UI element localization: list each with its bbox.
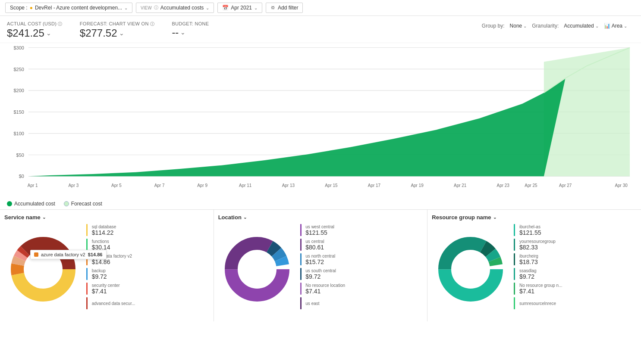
chevron-down-icon: ⌄ [493,215,496,220]
list-item: No resource group n... $7.41 [514,283,637,295]
chevron-down-icon: ⌄ [180,29,185,36]
svg-text:Apr 3: Apr 3 [68,183,79,187]
service-donut-svg [9,235,78,304]
date-value: Apr 2021 [231,5,252,11]
budget-value: -- ⌄ [172,26,209,38]
svg-text:Apr 15: Apr 15 [325,183,338,187]
svg-text:Apr 7: Apr 7 [154,183,165,187]
svg-text:Apr 19: Apr 19 [411,183,424,187]
svg-point-49 [452,250,490,288]
list-item: us west central $121.55 [300,224,423,236]
group-by-select[interactable]: None ⌄ [510,23,527,29]
actual-cost-value: $241.25 ⌄ [7,27,63,39]
chevron-down-icon: ⌄ [206,6,209,10]
info-icon: ⓘ [58,22,62,26]
view-button[interactable]: VIEW ⓘ Accumulated costs ⌄ [136,3,214,13]
legend-forecast: Forecast cost [64,201,102,207]
chevron-down-icon: ⌄ [46,30,51,37]
service-tooltip: azure data factory v2 $14.86 [30,250,107,259]
list-item: us north central $15.72 [300,253,423,265]
chart-svg: $300 $250 $200 $150 $100 $50 $0 Apr 1 Ap… [7,43,634,198]
accumulated-label: Accumulated cost [14,201,55,207]
resource-group-legend: iburchel-as $121.55 yourresourcegroup $8… [509,224,637,314]
svg-text:Apr 13: Apr 13 [282,183,295,187]
chevron-down-icon: ⌄ [254,6,258,10]
list-item: us east [300,297,423,309]
group-by-label: Group by: [482,23,505,29]
service-name-legend: sql database $114.22 functions $30.14 az… [82,224,209,314]
forecast-label: Forecast cost [71,201,102,207]
svg-text:$250: $250 [13,66,24,72]
svg-text:$200: $200 [13,88,24,93]
resource-group-title: Resource group name [432,214,491,221]
location-donut [218,224,296,314]
service-name-donut: azure data factory v2 $14.86 [4,224,82,314]
actual-cost-block: ACTUAL COST (USD) ⓘ $241.25 ⌄ [7,21,63,39]
svg-marker-15 [28,78,566,177]
location-donut-svg [223,235,292,304]
svg-text:Apr 1: Apr 1 [28,183,38,187]
granularity-select[interactable]: Accumulated ⌄ [564,23,598,29]
svg-text:Apr 5: Apr 5 [111,183,122,187]
svg-text:$150: $150 [13,109,24,115]
toolbar: Scope : ● DevRel - Azure content develop… [0,0,641,16]
svg-text:Apr 11: Apr 11 [239,183,252,187]
scope-value: DevRel - Azure content developmen... [35,5,122,11]
budget-block: BUDGET: NONE -- ⌄ [172,21,209,38]
list-item: No resource location $7.41 [300,283,423,295]
location-panel: Location ⌄ [214,210,428,321]
scope-icon: ● [30,5,33,11]
actual-cost-label: ACTUAL COST (USD) ⓘ [7,21,63,27]
resource-group-panel: Resource group name ⌄ [427,210,641,321]
list-item: sql database $114.22 [86,224,209,236]
location-legend: us west central $121.55 us central $80.6… [296,224,423,314]
list-item: security center $7.41 [86,283,209,295]
forecast-cost-value: $277.52 ⌄ [80,27,155,39]
svg-text:$50: $50 [16,152,24,157]
svg-text:Apr 27: Apr 27 [559,183,572,187]
forecast-cost-label: FORECAST: CHART VIEW ON ⓘ [80,21,155,27]
location-content: us west central $121.55 us central $80.6… [218,224,423,314]
filter-icon: ⛭ [270,5,276,11]
granularity-label: Granularity: [532,23,559,29]
list-item: iburcheirg $18.73 [514,253,637,265]
cost-chart: $300 $250 $200 $150 $100 $50 $0 Apr 1 Ap… [0,43,641,198]
list-item: us central $80.61 [300,239,423,251]
svg-text:Apr 30: Apr 30 [615,183,628,187]
list-item: backup $9.72 [86,268,209,280]
svg-text:Apr 23: Apr 23 [497,183,510,187]
location-header[interactable]: Location ⌄ [218,214,423,221]
view-value: Accumulated costs [160,5,204,11]
resource-group-header[interactable]: Resource group name ⌄ [432,214,637,221]
chevron-down-icon: ⌄ [119,30,124,37]
svg-text:Apr 17: Apr 17 [368,183,381,187]
svg-text:Apr 9: Apr 9 [197,183,207,187]
view-info-icon: ⓘ [154,5,158,11]
info-icon: ⓘ [150,22,154,26]
date-button[interactable]: 📅 Apr 2021 ⌄ [217,3,262,13]
scope-button[interactable]: Scope : ● DevRel - Azure content develop… [5,3,132,13]
chevron-down-icon: ⌄ [124,6,128,10]
svg-text:Apr 25: Apr 25 [525,183,537,187]
resource-group-content: iburchel-as $121.55 yourresourcegroup $8… [432,224,637,314]
view-label: VIEW [141,6,152,10]
service-name-header[interactable]: Service name ⌄ [4,214,209,221]
legend-accumulated: Accumulated cost [7,201,55,207]
location-title: Location [218,214,242,221]
add-filter-button[interactable]: ⛭ Add filter [266,3,303,13]
tooltip-color [34,252,38,257]
list-item: iburchel-as $121.55 [514,224,637,236]
list-item: sumresourcelnrece [514,297,637,309]
service-name-panel: Service name ⌄ azure data factory v2 $14… [0,210,214,321]
svg-point-43 [238,250,276,288]
budget-label: BUDGET: NONE [172,21,209,26]
svg-text:$0: $0 [19,174,24,179]
tooltip-text: azure data factory v2 $14.86 [41,252,103,257]
resource-group-donut-svg [436,235,505,304]
list-item: advanced data secur... [86,297,209,309]
chart-type-select[interactable]: 📊 Area ⌄ [604,23,627,29]
add-filter-label: Add filter [278,5,298,11]
list-item: yourresourcegroup $82.33 [514,239,637,251]
svg-text:$100: $100 [13,131,24,136]
scope-label: Scope : [10,5,28,11]
